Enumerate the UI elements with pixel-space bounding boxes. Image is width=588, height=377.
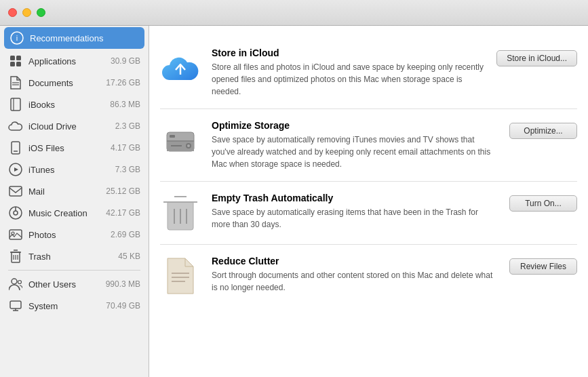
card-action-reduce-clutter: Review Files	[509, 256, 577, 275]
content-area: Store in iCloudStore all files and photo…	[149, 26, 588, 377]
applications-icon	[8, 54, 23, 68]
card-reduce-clutter: Reduce ClutterSort through documents and…	[160, 245, 577, 307]
minimize-button[interactable]	[22, 8, 31, 17]
svg-point-23	[12, 279, 17, 284]
card-button-icloud[interactable]: Store in iCloud...	[496, 50, 577, 66]
sidebar-label-itunes: iTunes	[28, 165, 115, 175]
card-body-reduce-clutter: Reduce ClutterSort through documents and…	[212, 256, 498, 294]
recommendations-icon: i	[9, 31, 24, 45]
sidebar-label-recommendations: Recommendations	[30, 33, 139, 43]
card-title-reduce-clutter: Reduce Clutter	[212, 256, 498, 266]
sidebar-item-system[interactable]: System70.49 GB	[0, 295, 149, 317]
sidebar-size-photos: 2.69 GB	[111, 230, 140, 239]
card-title-empty-trash: Empty Trash Automatically	[212, 193, 498, 203]
card-desc-empty-trash: Save space by automatically erasing item…	[212, 206, 498, 231]
svg-rect-4	[10, 62, 15, 66]
sidebar-label-documents: Documents	[28, 78, 106, 88]
card-action-icloud: Store in iCloud...	[496, 47, 577, 66]
documents-icon	[8, 75, 23, 90]
mail-icon	[8, 184, 23, 199]
sidebar-label-ios-files: iOS Files	[28, 143, 111, 153]
card-optimize: Optimize StorageSave space by automatica…	[160, 109, 577, 182]
svg-point-24	[18, 281, 22, 284]
sidebar-label-ibooks: iBooks	[28, 100, 110, 110]
sidebar-label-other-users: Other Users	[28, 279, 106, 290]
sidebar-item-icloud-drive[interactable]: iCloud Drive2.3 GB	[0, 115, 149, 137]
sidebar-label-photos: Photos	[28, 230, 111, 240]
sidebar-size-music-creation: 42.17 GB	[106, 208, 140, 218]
close-button[interactable]	[8, 8, 17, 17]
card-desc-optimize: Save space by automatically removing iTu…	[212, 134, 498, 170]
svg-rect-31	[167, 140, 194, 142]
svg-rect-35	[170, 135, 175, 138]
sidebar-label-applications: Applications	[28, 56, 111, 66]
card-icon-icloud	[160, 47, 201, 88]
svg-rect-25	[10, 301, 21, 309]
sidebar-size-other-users: 990.3 MB	[106, 279, 140, 289]
card-icon-optimize	[160, 120, 201, 161]
sidebar-item-ibooks[interactable]: iBooks86.3 MB	[0, 94, 149, 115]
card-body-icloud: Store in iCloudStore all files and photo…	[212, 47, 486, 98]
card-desc-icloud: Store all files and photos in iCloud and…	[212, 61, 486, 98]
card-title-optimize: Optimize Storage	[212, 120, 498, 131]
svg-point-33	[187, 144, 190, 147]
sidebar-item-recommendations[interactable]: iRecommendations	[4, 27, 144, 49]
sidebar-item-other-users[interactable]: Other Users990.3 MB	[0, 273, 149, 295]
svg-point-18	[12, 232, 14, 235]
sidebar-item-ios-files[interactable]: iOS Files4.17 GB	[0, 137, 149, 159]
sidebar: iRecommendationsApplications30.9 GBDocum…	[0, 26, 149, 377]
card-icon-reduce-clutter	[160, 256, 201, 296]
sidebar-label-music-creation: Music Creation	[28, 208, 106, 218]
itunes-icon	[8, 162, 23, 177]
card-button-reduce-clutter[interactable]: Review Files	[509, 258, 577, 275]
card-body-optimize: Optimize StorageSave space by automatica…	[212, 120, 498, 170]
sidebar-divider	[8, 270, 140, 271]
sidebar-size-documents: 17.26 GB	[106, 78, 140, 87]
sidebar-size-ios-files: 4.17 GB	[111, 143, 140, 153]
card-body-empty-trash: Empty Trash AutomaticallySave space by a…	[212, 193, 498, 231]
sidebar-item-itunes[interactable]: iTunes7.3 GB	[0, 159, 149, 180]
svg-rect-2	[10, 56, 15, 60]
card-icon-empty-trash	[160, 193, 201, 233]
svg-rect-3	[16, 56, 21, 60]
card-title-icloud: Store in iCloud	[212, 47, 486, 58]
trash-icon	[8, 249, 23, 264]
sidebar-size-ibooks: 86.3 MB	[110, 100, 140, 109]
sidebar-label-system: System	[28, 301, 106, 311]
icloud-drive-icon	[8, 119, 23, 134]
sidebar-item-mail[interactable]: Mail25.12 GB	[0, 180, 149, 202]
window-controls	[8, 8, 45, 17]
sidebar-size-applications: 30.9 GB	[111, 56, 140, 66]
title-bar	[0, 0, 588, 26]
maximize-button[interactable]	[37, 8, 45, 17]
sidebar-item-photos[interactable]: Photos2.69 GB	[0, 224, 149, 245]
svg-point-15	[14, 211, 18, 215]
other-users-icon	[8, 277, 23, 292]
main-container: iRecommendationsApplications30.9 GBDocum…	[0, 26, 588, 377]
sidebar-label-trash: Trash	[28, 252, 118, 262]
svg-text:i: i	[16, 34, 18, 42]
svg-rect-8	[11, 98, 20, 111]
music-creation-icon	[8, 205, 23, 220]
card-action-optimize: Optimize...	[509, 120, 577, 139]
card-button-optimize[interactable]: Optimize...	[509, 123, 577, 139]
ibooks-icon	[8, 97, 23, 112]
card-button-empty-trash[interactable]: Turn On...	[509, 195, 577, 212]
sidebar-size-itunes: 7.3 GB	[115, 165, 140, 174]
svg-rect-10	[12, 142, 20, 154]
card-desc-reduce-clutter: Sort through documents and other content…	[212, 269, 498, 294]
sidebar-size-icloud-drive: 2.3 GB	[115, 121, 140, 131]
sidebar-size-mail: 25.12 GB	[106, 186, 140, 196]
card-action-empty-trash: Turn On...	[509, 193, 577, 212]
sidebar-label-mail: Mail	[28, 186, 106, 197]
sidebar-size-trash: 45 KB	[118, 252, 140, 261]
svg-rect-13	[9, 186, 22, 196]
sidebar-item-applications[interactable]: Applications30.9 GB	[0, 50, 149, 72]
sidebar-size-system: 70.49 GB	[106, 301, 140, 311]
sidebar-label-icloud-drive: iCloud Drive	[28, 121, 115, 132]
sidebar-item-documents[interactable]: Documents17.26 GB	[0, 72, 149, 94]
card-empty-trash: Empty Trash AutomaticallySave space by a…	[160, 182, 577, 245]
sidebar-item-music-creation[interactable]: Music Creation42.17 GB	[0, 202, 149, 224]
sidebar-item-trash[interactable]: Trash45 KB	[0, 245, 149, 267]
system-icon	[8, 298, 23, 313]
